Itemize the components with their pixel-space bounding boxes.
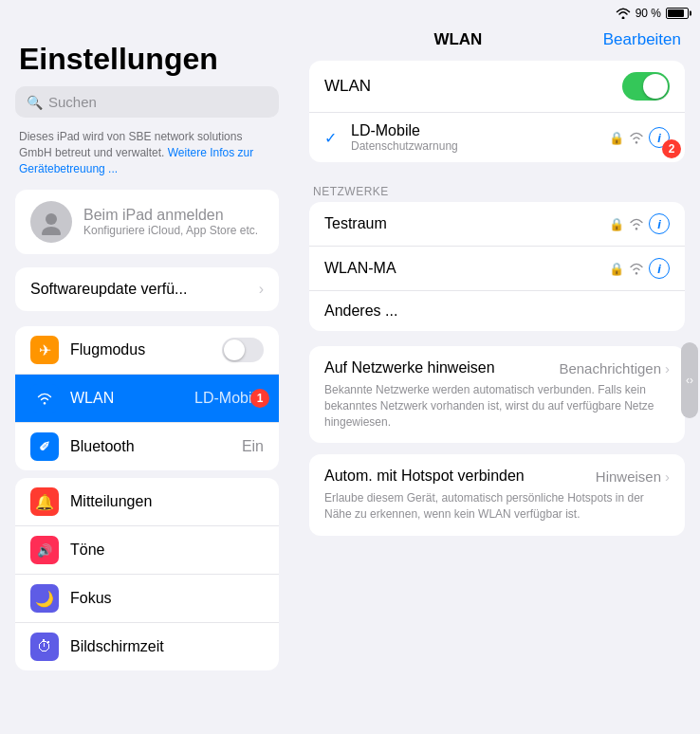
lock-icon-w: 🔒 [609,262,624,276]
network-row-anderes[interactable]: Anderes ... [309,291,685,331]
managed-text: Dieses iPad wird von SBE network solutio… [0,129,294,190]
chevron-icon-2: › [665,468,670,485]
checkmark-icon: ✓ [324,129,343,147]
status-bar: 90 % [0,0,700,27]
connected-network-row[interactable]: ✓ LD-Mobile Datenschutzwarnung 🔒 i 2 [309,113,685,162]
lock-icon-t: 🔒 [609,217,624,231]
info-card-title-2: Autom. mit Hotspot verbinden [324,468,525,485]
login-main: Beim iPad anmelden [83,207,258,224]
network-name-testraum: Testraum [324,215,387,232]
notifications-label: Mitteilungen [70,493,264,510]
avatar [30,201,72,243]
notifications-icon: 🔔 [30,487,59,516]
testraum-icons: 🔒 i [609,213,670,234]
wifi-icon-w [629,263,644,275]
screentime-icon: ⏱ [30,633,59,661]
chevron-icon-1: › [665,360,670,376]
wlan-toggle-label: WLAN [324,77,371,96]
right-panel: WLAN Bearbeiten WLAN ✓ LD-Mobile Datensc… [294,27,700,734]
main-container: Einstellungen 🔍 Suchen Dieses iPad wird … [0,27,700,734]
wifi-status-icon [616,8,631,19]
search-placeholder: Suchen [48,94,97,110]
sidebar-item-sounds[interactable]: 🔊 Töne [15,526,279,575]
networks-section-label: NETZWERKE [294,177,700,202]
info-card-header-1: Auf Netzwerke hinweisen Benachrichtigen … [324,359,670,376]
info-card-value-2: Hinweisen › [596,468,670,485]
sidebar-item-wlan[interactable]: WLAN LD-Mobile 1 [15,375,279,423]
sidebar-item-label: Flugmodus [70,341,211,358]
lock-icon: 🔒 [609,131,624,145]
focus-label: Fokus [70,590,264,607]
wlan-toggle-row: WLAN [309,61,685,113]
sounds-icon: 🔊 [30,536,59,564]
network-row-testraum[interactable]: Testraum 🔒 i [309,202,685,247]
wlan-main-toggle[interactable] [622,72,670,101]
focus-icon: 🌙 [30,584,59,613]
update-label: Softwareupdate verfü... [30,281,187,298]
bluetooth-icon: ✐ [30,432,59,461]
svg-point-0 [46,213,57,225]
sidebar-item-bluetooth[interactable]: ✐ Bluetooth Ein [15,423,279,470]
info-card-value-1: Benachrichtigen › [559,360,670,376]
status-icons: 90 % [616,7,689,20]
screentime-label: Bildschirmzeit [70,638,264,655]
info-card-networks[interactable]: Auf Netzwerke hinweisen Benachrichtigen … [309,346,685,443]
wlanma-info-button[interactable]: i [649,258,670,279]
search-bar[interactable]: 🔍 Suchen [15,86,279,118]
airplane-icon: ✈ [30,336,59,364]
settings-group: ✈ Flugmodus WLAN LD-Mobile 1 [15,326,279,470]
scroll-arrow-icon: ‹› [686,374,693,387]
right-header: WLAN Bearbeiten [294,27,700,61]
testraum-info-button[interactable]: i [649,213,670,234]
info-card-title-1: Auf Netzwerke hinweisen [324,359,495,376]
battery-icon [666,8,689,19]
battery-percent: 90 % [636,7,661,20]
scroll-handle[interactable]: ‹› [681,342,698,418]
bluetooth-value: Ein [242,438,264,455]
update-row[interactable]: Softwareupdate verfü... › [15,267,279,311]
login-section[interactable]: Beim iPad anmelden Konfiguriere iCloud, … [15,190,279,254]
airplane-toggle[interactable] [222,338,264,362]
search-icon: 🔍 [27,95,43,110]
login-text: Beim iPad anmelden Konfiguriere iCloud, … [83,207,258,237]
sidebar-item-airplane[interactable]: ✈ Flugmodus [15,326,279,375]
network-name-wlanma: WLAN-MA [324,260,396,277]
info-card-header-2: Autom. mit Hotspot verbinden Hinweisen › [324,468,670,485]
connected-network-name: LD-Mobile [351,122,601,139]
wifi-icon [30,384,59,413]
chevron-icon: › [259,281,264,298]
svg-point-1 [42,227,61,235]
network-name-anderes: Anderes ... [324,303,397,320]
info-card-desc-2: Erlaube diesem Gerät, automatisch persön… [324,490,670,523]
sidebar-item-screentime[interactable]: ⏱ Bildschirmzeit [15,623,279,670]
wlanma-icons: 🔒 i [609,258,670,279]
connected-network-warning: Datenschutzwarnung [351,139,601,153]
sidebar-item-focus[interactable]: 🌙 Fokus [15,575,279,623]
settings-group-2: 🔔 Mitteilungen 🔊 Töne 🌙 Fokus ⏱ Bildschi… [15,478,279,670]
sidebar-item-label-bluetooth: Bluetooth [70,438,230,455]
wifi-signal-icon [629,132,644,144]
sidebar: Einstellungen 🔍 Suchen Dieses iPad wird … [0,27,294,734]
wlan-badge: 1 [250,389,269,408]
connected-network-info: LD-Mobile Datenschutzwarnung [351,122,601,153]
sounds-label: Töne [70,541,264,559]
info-card-hotspot[interactable]: Autom. mit Hotspot verbinden Hinweisen ›… [309,454,685,536]
info-card-desc-1: Bekannte Netzwerke werden automatisch ve… [324,382,670,430]
sidebar-title: Einstellungen [0,27,294,86]
wifi-icon-t [629,218,644,230]
sidebar-item-label-wlan: WLAN [70,390,183,407]
network-card: Testraum 🔒 i WLAN-MA 🔒 [309,202,685,331]
connected-badge: 2 [662,139,681,158]
sidebar-item-notifications[interactable]: 🔔 Mitteilungen [15,478,279,526]
connected-network-icons: 🔒 i [609,127,670,148]
login-sub: Konfiguriere iCloud, App Store etc. [83,224,258,237]
right-title: WLAN [433,30,482,49]
edit-button[interactable]: Bearbeiten [603,30,681,49]
wlan-card: WLAN ✓ LD-Mobile Datenschutzwarnung 🔒 [309,61,685,162]
network-row-wlanma[interactable]: WLAN-MA 🔒 i [309,247,685,291]
